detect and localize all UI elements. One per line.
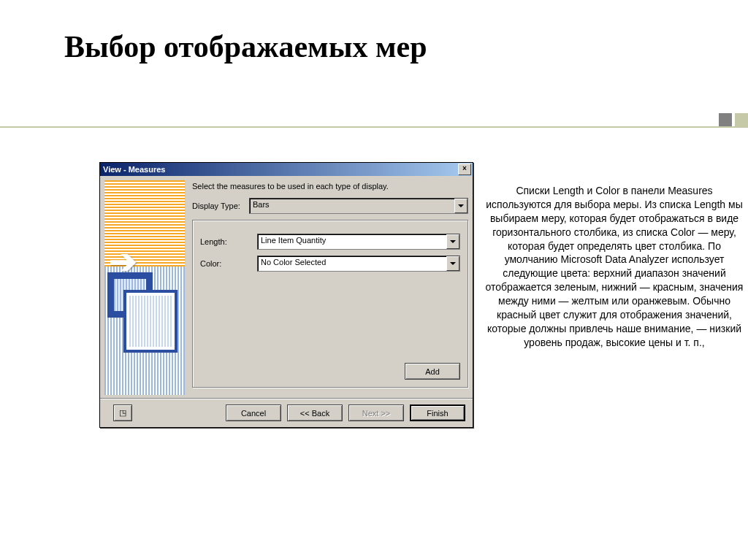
back-button[interactable]: << Back [287, 404, 343, 421]
dialog-title: View - Measures [103, 165, 458, 174]
wizard-illustration: ➔ [104, 180, 185, 395]
help-icon: ◳ [119, 408, 126, 417]
length-value: Line Item Quantity [258, 234, 446, 249]
finish-button[interactable]: Finish [410, 404, 465, 421]
length-label: Length: [200, 237, 257, 246]
display-type-value: Bars [250, 199, 454, 213]
titlebar[interactable]: View - Measures × [100, 163, 473, 176]
chevron-down-icon[interactable] [454, 199, 468, 213]
color-value: No Color Selected [258, 256, 446, 271]
close-button[interactable]: × [458, 164, 471, 175]
slide-title: Выбор отображаемых мер [64, 29, 427, 64]
dialog-instruction: Select the measures to be used in each t… [192, 182, 468, 191]
next-button: Next >> [348, 404, 404, 421]
color-label: Color: [200, 259, 257, 268]
length-combo[interactable]: Line Item Quantity [257, 234, 460, 250]
chevron-down-icon[interactable] [446, 234, 459, 249]
slide-side-text: Списки Length и Color в панели Measures … [482, 184, 747, 350]
cancel-button[interactable]: Cancel [226, 404, 281, 421]
help-button[interactable]: ◳ [113, 404, 132, 421]
measures-group: Length: Line Item Quantity Color: No Col… [192, 220, 468, 388]
wizard-buttons: ◳ Cancel << Back Next >> Finish [100, 398, 473, 427]
display-type-label: Display Type: [192, 202, 249, 210]
view-measures-dialog: View - Measures × ➔ Select the measures … [99, 162, 473, 428]
color-combo[interactable]: No Color Selected [257, 256, 460, 272]
slide-decor [719, 113, 748, 126]
document-front-icon [123, 290, 178, 353]
add-button[interactable]: Add [405, 363, 460, 380]
display-type-combo[interactable]: Bars [249, 198, 468, 214]
slide-divider [0, 126, 748, 128]
chevron-down-icon[interactable] [446, 256, 459, 271]
